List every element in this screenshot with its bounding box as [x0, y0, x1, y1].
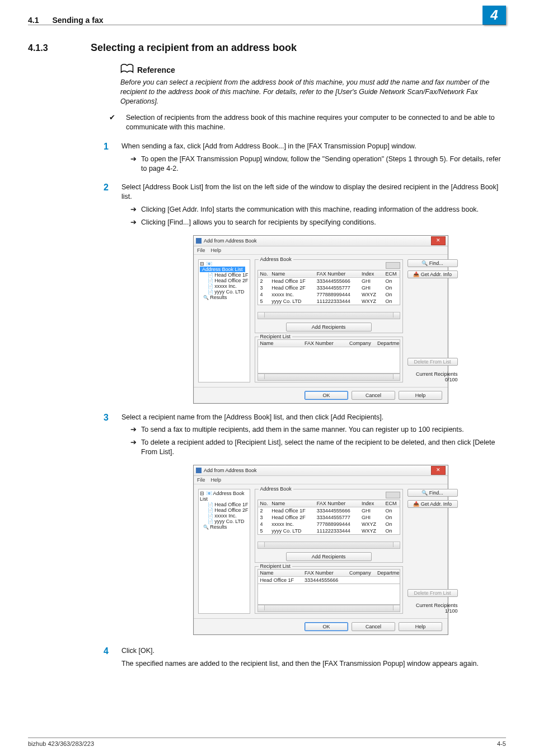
tree-results[interactable]: Results [200, 295, 249, 300]
table-row[interactable]: 4 xxxxx Inc. 777888999444 WXYZ On [257, 521, 400, 528]
menu-help[interactable]: Help [211, 248, 222, 253]
cell-name: yyyy Co. LTD [269, 298, 314, 305]
cell-fax: 333444555666 [302, 577, 347, 584]
cell-no: 5 [257, 298, 269, 305]
view-toggle-icon[interactable] [386, 262, 400, 269]
address-book-table[interactable]: No. Name FAX Number Index ECM 2 Head Off… [257, 500, 400, 535]
cell-no: 2 [257, 277, 269, 284]
step-number: 2 [104, 183, 111, 193]
arrow-icon: ➔ [130, 218, 137, 227]
table-row[interactable]: 2 Head Office 1F 333444555666 GHI On [257, 507, 400, 515]
tree-results[interactable]: Results [200, 524, 249, 530]
menu-file[interactable]: File [197, 477, 205, 483]
tree-root[interactable]: Address Book List [200, 491, 245, 502]
col-name[interactable]: Name [269, 500, 314, 507]
col-no[interactable]: No. [257, 270, 269, 277]
arrow-icon: ➔ [130, 438, 137, 447]
table-row[interactable]: 4 xxxxx Inc. 777888999444 WXYZ On [257, 291, 400, 298]
hscrollbar[interactable] [257, 312, 400, 319]
col-dept[interactable]: Departmen [375, 570, 400, 577]
step1-sub1: To open the [FAX Transmission Popup] win… [141, 155, 506, 174]
tree-item[interactable]: yyyy Co. LTD [200, 519, 249, 524]
tree-pane[interactable]: ⊟ 📧 Address Book List Head Office 1F Hea… [198, 489, 250, 614]
table-row[interactable]: 5 yyyy Co. LTD 111222333444 WXYZ On [257, 528, 400, 535]
col-dept[interactable]: Departmen [375, 339, 400, 347]
cell-name: Head Office 1F [257, 577, 302, 584]
hscrollbar[interactable] [257, 374, 400, 381]
address-book-dialog: Add from Address Book ✕ File Help ⊟ 📧 Ad… [193, 235, 448, 404]
cell-no: 3 [257, 514, 269, 521]
tree-item[interactable]: Head Office 2F [200, 278, 249, 283]
col-name[interactable]: Name [257, 339, 302, 347]
close-icon[interactable]: ✕ [431, 236, 446, 245]
add-recipients-button[interactable]: Add Recipients [286, 552, 372, 561]
table-row[interactable]: 3 Head Office 2F 333444555777 GHI On [257, 284, 400, 291]
cell-ecm: On [383, 521, 400, 528]
cell-name: Head Office 1F [269, 277, 314, 284]
col-index[interactable]: Index [359, 270, 383, 277]
help-button[interactable]: Help [399, 622, 442, 631]
col-ecm[interactable]: ECM [383, 270, 400, 277]
add-recipients-button[interactable]: Add Recipients [286, 323, 372, 332]
recipient-list-table[interactable]: Name FAX Number Company Departmen [257, 339, 400, 347]
table-row[interactable]: Head Office 1F 333444555666 [257, 577, 400, 584]
delete-from-list-button[interactable]: Delete From List [407, 589, 458, 597]
col-ecm[interactable]: ECM [383, 500, 400, 507]
cell-ecm: On [383, 528, 400, 535]
tree-item[interactable]: xxxxx Inc. [200, 283, 249, 289]
hscrollbar[interactable] [257, 605, 400, 612]
col-index[interactable]: Index [359, 500, 383, 507]
tree-item[interactable]: xxxxx Inc. [200, 513, 249, 519]
tree-item[interactable]: Head Office 1F [200, 272, 249, 278]
tree-item[interactable]: Head Office 2F [200, 507, 249, 513]
cell-no: 2 [257, 507, 269, 515]
step1-text: When sending a fax, click [Add from Addr… [121, 142, 506, 151]
menu-help[interactable]: Help [211, 477, 222, 483]
get-addr-info-button[interactable]: 📥 Get Addr. Info [407, 270, 458, 278]
close-icon[interactable]: ✕ [431, 466, 446, 475]
find-button[interactable]: 🔍 Find... [407, 259, 458, 267]
header-section-title: Sending a fax [52, 16, 103, 25]
step-number: 3 [104, 413, 111, 423]
delete-from-list-button[interactable]: Delete From List [407, 358, 458, 366]
cancel-button[interactable]: Cancel [352, 391, 395, 400]
step4-text: Click [OK]. [121, 646, 506, 656]
cell-index: WXYZ [359, 528, 383, 535]
prereq-text: Selection of recipients from the address… [126, 113, 506, 132]
col-no[interactable]: No. [257, 500, 269, 507]
cell-fax: 333444555666 [315, 507, 359, 515]
help-button[interactable]: Help [399, 391, 442, 400]
cell-index: WXYZ [359, 298, 383, 305]
col-fax[interactable]: FAX Number [315, 270, 359, 277]
tree-item[interactable]: yyyy Co. LTD [200, 289, 249, 295]
ok-button[interactable]: OK [305, 391, 348, 400]
tree-item[interactable]: Head Office 1F [200, 502, 249, 507]
table-row[interactable]: 3 Head Office 2F 333444555777 GHI On [257, 514, 400, 521]
cell-no: 4 [257, 291, 269, 298]
menu-file[interactable]: File [197, 248, 205, 253]
footer-page: 4-5 [497, 740, 506, 747]
recipient-list-table[interactable]: Name FAX Number Company Departmen Head O… [257, 569, 400, 584]
address-book-table[interactable]: No. Name FAX Number Index ECM 2 Head Off… [257, 270, 400, 305]
cell-dept [375, 577, 400, 584]
cell-index: GHI [359, 284, 383, 291]
find-button[interactable]: 🔍 Find... [407, 489, 458, 497]
table-row[interactable]: 2 Head Office 1F 333444555666 GHI On [257, 277, 400, 284]
cancel-button[interactable]: Cancel [352, 622, 395, 631]
col-company[interactable]: Company [347, 339, 375, 347]
col-company[interactable]: Company [347, 570, 375, 577]
ok-button[interactable]: OK [305, 622, 348, 631]
table-row[interactable]: 5 yyyy Co. LTD 111222333444 WXYZ On [257, 298, 400, 305]
tree-pane[interactable]: ⊟ 📧 Address Book List Head Office 1F Hea… [198, 259, 250, 382]
get-addr-info-button[interactable]: 📥 Get Addr. Info [407, 500, 458, 508]
hscrollbar[interactable] [257, 542, 400, 549]
col-fax[interactable]: FAX Number [302, 570, 347, 577]
view-toggle-icon[interactable] [386, 492, 400, 498]
col-fax[interactable]: FAX Number [302, 339, 347, 347]
cell-fax: 333444555777 [315, 514, 359, 521]
col-name[interactable]: Name [269, 270, 314, 277]
cell-fax: 111222333444 [315, 528, 359, 535]
col-name[interactable]: Name [257, 570, 302, 577]
col-fax[interactable]: FAX Number [315, 500, 359, 507]
tree-root[interactable]: Address Book List [200, 267, 245, 272]
